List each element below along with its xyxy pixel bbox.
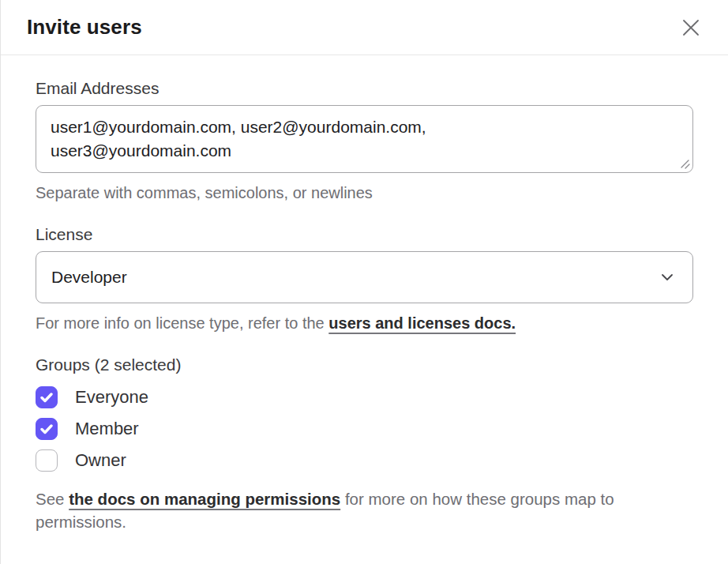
license-section: License Developer For more info on licen… (36, 225, 693, 333)
license-selected-value: Developer (51, 268, 127, 287)
license-helper-prefix: For more info on license type, refer to … (36, 314, 328, 332)
license-select[interactable]: Developer (36, 251, 693, 303)
managing-permissions-docs-link[interactable]: the docs on managing permissions (69, 490, 340, 508)
email-addresses-input[interactable]: user1@yourdomain.com, user2@yourdomain.c… (36, 105, 693, 173)
groups-note: See the docs on managing permissions for… (36, 487, 693, 533)
group-option-label: Member (75, 419, 139, 439)
invite-users-dialog: Invite users Email Addresses user1@yourd… (1, 0, 728, 533)
groups-section: Groups (2 selected) Everyone (36, 355, 693, 533)
dialog-body: Email Addresses user1@yourdomain.com, us… (1, 55, 728, 533)
checkbox-owner[interactable] (36, 449, 58, 472)
group-option-label: Everyone (75, 387, 148, 408)
license-label: License (36, 225, 693, 244)
close-icon (681, 18, 700, 37)
license-helper-text: For more info on license type, refer to … (36, 314, 693, 333)
dialog-title: Invite users (27, 15, 142, 39)
close-button[interactable] (677, 14, 704, 41)
checkbox-everyone[interactable] (36, 386, 58, 408)
chevron-down-icon (661, 273, 674, 281)
checkmark-icon (40, 424, 53, 434)
group-option-owner[interactable]: Owner (36, 449, 126, 472)
checkmark-icon (40, 393, 53, 403)
groups-list: Everyone Member (36, 386, 693, 472)
email-label: Email Addresses (36, 79, 693, 98)
group-option-everyone[interactable]: Everyone (36, 386, 148, 408)
email-helper-text: Separate with commas, semicolons, or new… (36, 183, 693, 202)
group-option-member[interactable]: Member (36, 418, 139, 440)
users-licenses-docs-link[interactable]: users and licenses docs. (328, 314, 516, 332)
groups-label: Groups (2 selected) (36, 355, 693, 374)
dialog-header: Invite users (1, 0, 728, 55)
email-section: Email Addresses user1@yourdomain.com, us… (36, 79, 693, 202)
email-textarea-wrap: user1@yourdomain.com, user2@yourdomain.c… (36, 105, 693, 173)
groups-note-prefix: See (36, 490, 69, 508)
group-option-label: Owner (75, 450, 126, 471)
checkbox-member[interactable] (36, 418, 58, 440)
